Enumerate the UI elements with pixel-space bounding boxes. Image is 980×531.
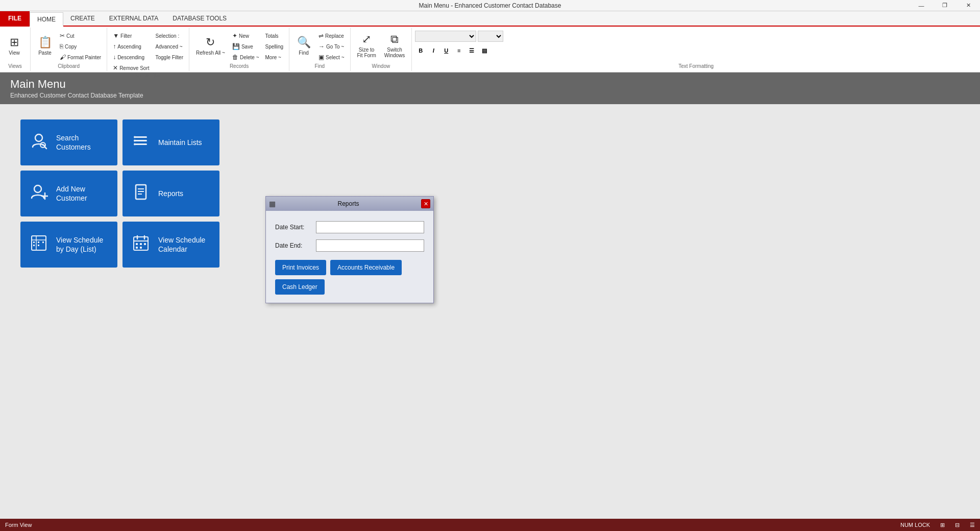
view-schedule-calendar-button[interactable]: View Schedule Calendar [122, 222, 219, 268]
delete-button[interactable]: 🗑 Delete ~ [230, 52, 262, 62]
switch-label: Switch Windows [384, 47, 405, 58]
svg-rect-4 [135, 140, 147, 141]
records-col2: Totals Spelling More ~ [262, 29, 286, 62]
view-schedule-calendar-label: View Schedule Calendar [158, 235, 205, 254]
tab-external[interactable]: EXTERNAL DATA [102, 11, 165, 26]
svg-rect-31 [136, 247, 138, 249]
search-customers-button[interactable]: Search Customers [20, 119, 117, 165]
tab-dbtools[interactable]: DATABASE TOOLS [165, 11, 234, 26]
copy-button[interactable]: ⎘ Copy [57, 41, 104, 52]
replace-button[interactable]: ⇌ Replace [316, 31, 347, 41]
accounts-receivable-button[interactable]: Accounts Receivable [330, 260, 402, 275]
cut-button[interactable]: ✂ Cut [57, 31, 104, 41]
view-button[interactable]: ⊞ View [3, 29, 26, 62]
totals-button[interactable]: Totals [262, 31, 286, 41]
maintain-lists-icon [132, 132, 150, 154]
save-icon: 💾 [232, 43, 240, 50]
bold-button[interactable]: B [415, 45, 426, 56]
spelling-button[interactable]: Spelling [262, 41, 286, 52]
refresh-all-button[interactable]: ↻ Refresh All ~ [192, 29, 229, 62]
dialog-body: Date Start: Date End: Print Invoices Acc… [266, 211, 433, 303]
cut-icon: ✂ [60, 32, 65, 39]
new-label: New [239, 33, 249, 39]
print-invoices-button[interactable]: Print Invoices [275, 260, 326, 275]
tab-file[interactable]: FILE [0, 11, 30, 26]
format-painter-button[interactable]: 🖌 Format Painter [57, 52, 104, 62]
maintain-lists-button[interactable]: Maintain Lists [122, 119, 219, 165]
find-group-label: Find [292, 63, 347, 70]
date-end-field: Date End: [275, 239, 424, 252]
paste-icon: 📋 [38, 36, 52, 49]
align-center-button[interactable]: ☰ [466, 45, 477, 56]
descending-button[interactable]: ↓ Descending [110, 52, 152, 62]
find-col: ⇌ Replace → Go To ~ ▣ Select ~ [316, 29, 347, 62]
dialog-titlebar[interactable]: ▦ Reports ✕ [266, 197, 433, 211]
save-record-button[interactable]: 💾 Save [230, 41, 262, 52]
records-group-label: Records [192, 63, 286, 70]
date-start-input[interactable] [316, 221, 424, 233]
align-left-button[interactable]: ≡ [453, 45, 464, 56]
toggle-filter-label: Toggle Filter [156, 55, 183, 60]
ribbon-group-sort-filter: ▼ Filter ↑ Ascending ↓ Descending ✕ Remo… [107, 28, 189, 71]
replace-label: Replace [325, 33, 344, 39]
ribbon-group-text-format: B I U ≡ ☰ ▤ Text Formatting [412, 28, 980, 71]
dialog-close-button[interactable]: ✕ [421, 199, 430, 208]
find-button[interactable]: 🔍 Find [292, 29, 315, 62]
descending-label: Descending [117, 55, 144, 60]
filter-col: Selection : Advanced ~ Toggle Filter [153, 29, 186, 62]
view-label: View [9, 50, 20, 56]
tab-create[interactable]: CREATE [63, 11, 102, 26]
toggle-filter-button[interactable]: Toggle Filter [153, 52, 186, 62]
window-group-label: Window [354, 63, 409, 70]
paste-button[interactable]: 📋 Paste [34, 29, 56, 62]
restore-btn[interactable]: ❐ [933, 0, 957, 11]
date-end-input[interactable] [316, 239, 424, 252]
text-format-group-label: Text Formatting [415, 63, 977, 70]
advanced-label: Advanced ~ [156, 44, 183, 50]
view-schedule-list-button[interactable]: View Schedule by Day (List) [20, 222, 117, 268]
more-button[interactable]: More ~ [262, 52, 286, 62]
remove-sort-icon: ✕ [113, 64, 118, 71]
switch-windows-button[interactable]: ⧉ Switch Windows [381, 29, 409, 62]
replace-icon: ⇌ [318, 32, 324, 39]
ascending-icon: ↑ [113, 43, 116, 50]
ascending-button[interactable]: ↑ Ascending [110, 41, 152, 52]
tab-home[interactable]: HOME [30, 12, 63, 27]
search-customers-icon [30, 132, 48, 154]
advanced-button[interactable]: Advanced ~ [153, 41, 186, 52]
reports-button[interactable]: Reports [122, 171, 219, 216]
svg-rect-20 [33, 245, 35, 246]
delete-label: Delete ~ [240, 55, 259, 60]
date-end-label: Date End: [275, 242, 316, 249]
selection-button[interactable]: Selection : [153, 31, 186, 41]
italic-button[interactable]: I [428, 45, 439, 56]
ribbon-group-window: ⤢ Size to Fit Form ⧉ Switch Windows Wind… [351, 28, 412, 71]
close-btn[interactable]: ✕ [957, 0, 980, 11]
font-family-select[interactable] [415, 31, 476, 42]
align-right-button[interactable]: ▤ [479, 45, 490, 56]
svg-rect-28 [136, 243, 138, 245]
view-icon: ⊞ [10, 36, 19, 49]
totals-label: Totals [265, 33, 278, 39]
svg-rect-21 [38, 242, 39, 243]
goto-button[interactable]: → Go To ~ [316, 41, 347, 52]
remove-sort-button[interactable]: ✕ Remove Sort [110, 63, 152, 73]
copy-label: Copy [65, 44, 77, 50]
new-record-button[interactable]: ✦ New [230, 31, 262, 41]
find-label: Find [299, 50, 308, 56]
minimize-btn[interactable]: — [910, 0, 933, 11]
svg-point-8 [134, 143, 136, 145]
select-button[interactable]: ▣ Select ~ [316, 52, 347, 62]
svg-rect-22 [38, 245, 39, 246]
underline-button[interactable]: U [440, 45, 452, 56]
cash-ledger-button[interactable]: Cash Ledger [275, 279, 325, 295]
font-size-select[interactable] [478, 31, 503, 42]
cut-label: Cut [66, 33, 75, 39]
add-new-customer-button[interactable]: Add New Customer [20, 171, 117, 216]
svg-rect-32 [140, 247, 142, 249]
size-to-fit-button[interactable]: ⤢ Size to Fit Form [354, 29, 380, 62]
svg-rect-29 [140, 243, 142, 245]
goto-icon: → [318, 43, 325, 50]
find-icon: 🔍 [297, 36, 311, 49]
filter-button[interactable]: ▼ Filter [110, 31, 152, 41]
